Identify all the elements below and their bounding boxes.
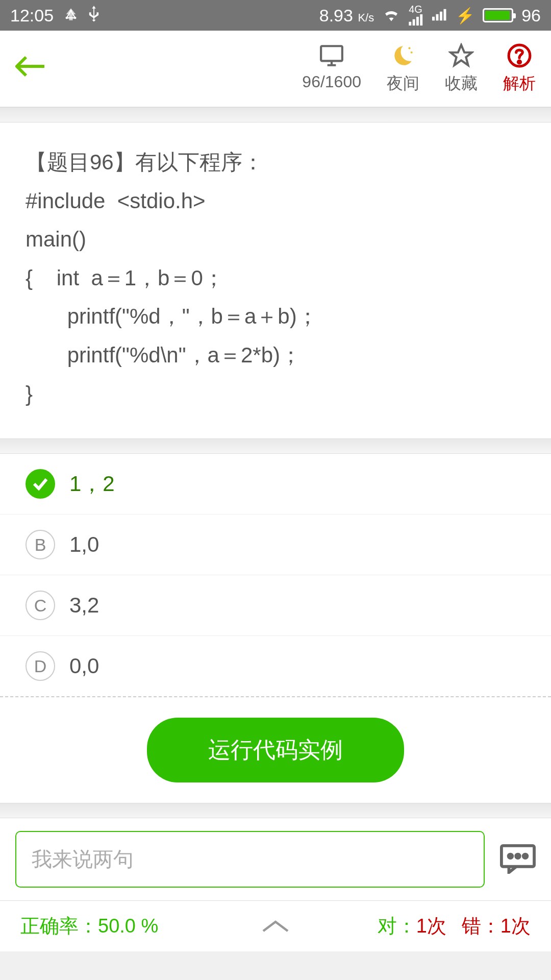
battery-icon — [483, 8, 513, 22]
divider — [0, 803, 551, 818]
comment-input[interactable]: 我来说两句 — [15, 831, 485, 888]
svg-rect-9 — [440, 11, 442, 20]
code-line: printf("%d，"，b＝a＋b)； — [26, 297, 525, 336]
code-line: { int a＝1，b＝0； — [26, 259, 525, 298]
stats-bar: 正确率：50.0 % 对：1次 错：1次 — [0, 900, 551, 951]
question-section: 【题目96】有以下程序： #include <stdio.h> main() {… — [0, 122, 551, 438]
run-code-button[interactable]: 运行代码实例 — [147, 718, 404, 782]
option-text: 1，2 — [69, 470, 115, 498]
svg-point-18 — [516, 854, 520, 858]
svg-rect-10 — [444, 9, 446, 20]
svg-rect-8 — [436, 14, 439, 20]
svg-rect-11 — [321, 46, 342, 61]
wifi-icon — [382, 6, 400, 26]
favorite-label: 收藏 — [445, 72, 478, 95]
charging-icon: ⚡ — [456, 7, 474, 24]
option-label: C — [26, 591, 55, 620]
question-title: 【题目96】有以下程序： — [26, 143, 525, 182]
code-line: } — [26, 375, 525, 413]
svg-rect-3 — [409, 21, 412, 25]
comment-section: 我来说两句 — [0, 818, 551, 900]
signal-icon — [432, 6, 447, 26]
signal-4g-icon: 4G — [409, 4, 424, 27]
counter-button[interactable]: 96/1600 — [302, 43, 361, 95]
option-text: 0,0 — [69, 654, 99, 678]
svg-point-12 — [408, 47, 410, 49]
share-icon — [64, 6, 78, 26]
divider — [0, 438, 551, 454]
toolbar: 96/1600 夜间 收藏 解析 — [0, 31, 551, 107]
usb-icon — [88, 5, 99, 26]
counter-label: 96/1600 — [302, 72, 361, 91]
status-bar: 12:05 8.93 K/s 4G ⚡ 96 — [0, 0, 551, 31]
status-time: 12:05 — [10, 6, 54, 26]
run-button-section: 运行代码实例 — [0, 697, 551, 803]
options-section: 1，2 B 1,0 C 3,2 D 0,0 — [0, 454, 551, 697]
analysis-button[interactable]: 解析 — [503, 43, 536, 95]
divider — [0, 107, 551, 122]
svg-point-13 — [411, 51, 413, 53]
code-line: printf("%d\n"，a＝2*b)； — [26, 336, 525, 375]
option-text: 1,0 — [69, 532, 99, 557]
option-label: D — [26, 651, 55, 681]
svg-rect-5 — [416, 16, 419, 25]
svg-point-17 — [509, 854, 513, 858]
night-mode-button[interactable]: 夜间 — [387, 43, 419, 95]
option-d[interactable]: D 0,0 — [0, 636, 551, 697]
svg-point-19 — [523, 854, 528, 858]
option-text: 3,2 — [69, 593, 99, 618]
accuracy-stat: 正确率：50.0 % — [20, 913, 158, 939]
back-button[interactable] — [15, 51, 46, 86]
favorite-button[interactable]: 收藏 — [445, 43, 478, 95]
wrong-stat: 错：1次 — [462, 913, 531, 939]
chat-icon[interactable] — [500, 844, 536, 875]
code-line: #include <stdio.h> — [26, 182, 525, 220]
battery-percent: 96 — [521, 6, 541, 26]
night-label: 夜间 — [387, 72, 419, 95]
option-c[interactable]: C 3,2 — [0, 575, 551, 636]
code-line: main() — [26, 220, 525, 259]
check-icon — [26, 469, 55, 499]
option-label: B — [26, 530, 55, 559]
svg-point-15 — [518, 61, 521, 63]
network-speed: 8.93 K/s — [319, 6, 374, 26]
analysis-label: 解析 — [503, 72, 536, 95]
option-a[interactable]: 1，2 — [0, 454, 551, 514]
option-b[interactable]: B 1,0 — [0, 514, 551, 575]
svg-rect-7 — [432, 16, 435, 20]
svg-rect-6 — [420, 14, 423, 26]
expand-icon[interactable] — [260, 914, 291, 939]
svg-rect-4 — [413, 19, 415, 25]
correct-stat: 对：1次 — [378, 913, 446, 939]
